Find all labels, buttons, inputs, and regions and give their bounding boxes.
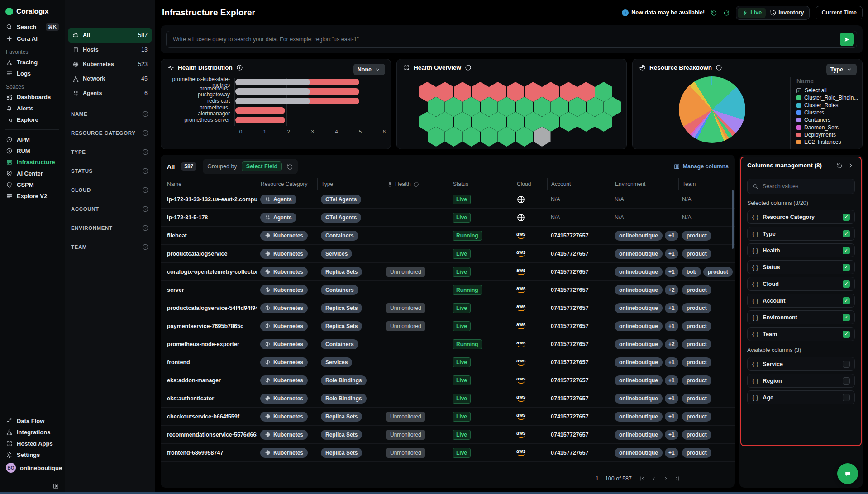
- environment-chip[interactable]: onlineboutique: [615, 285, 663, 295]
- column-header-health[interactable]: Health: [383, 178, 449, 190]
- team-chip[interactable]: product: [682, 375, 711, 385]
- resource-filter-kubernetes[interactable]: Kubernetes523: [68, 57, 152, 71]
- category-chip[interactable]: Kubernetes: [260, 339, 308, 349]
- checkbox-checked[interactable]: ✓: [843, 314, 850, 321]
- category-chip[interactable]: Agents: [260, 213, 296, 223]
- type-chip[interactable]: Containers: [321, 339, 358, 349]
- environment-extra-chip[interactable]: +2: [665, 285, 678, 295]
- environment-extra-chip[interactable]: +1: [665, 430, 678, 440]
- filter-section-account[interactable]: ACCOUNT: [65, 200, 155, 218]
- refresh-button[interactable]: [723, 10, 730, 16]
- sidebar-item-settings[interactable]: Settings: [0, 449, 65, 461]
- checkbox-unchecked[interactable]: [843, 377, 850, 385]
- prev-page-icon[interactable]: [651, 475, 657, 482]
- health-distribution-info-icon[interactable]: [236, 64, 243, 71]
- column-option-cloud[interactable]: { }Cloud✓: [747, 277, 855, 291]
- table-row[interactable]: ip-172-31-5-178AgentsOTel AgentsLiveN/AN…: [161, 209, 735, 227]
- filter-section-name[interactable]: NAME: [65, 104, 155, 124]
- team-chip[interactable]: product: [682, 357, 711, 367]
- sidebar-item-rum[interactable]: RUM: [0, 145, 65, 157]
- sidebar-item-infrastructure[interactable]: Infrastructure: [0, 157, 65, 168]
- type-chip[interactable]: Containers: [321, 231, 358, 241]
- checkbox-checked[interactable]: ✓: [843, 264, 850, 271]
- sidebar-item-cspm[interactable]: CSPM: [0, 179, 65, 190]
- environment-extra-chip[interactable]: +1: [665, 321, 678, 331]
- first-page-icon[interactable]: [639, 475, 645, 482]
- column-option-resource-category[interactable]: { }Resource Category✓: [747, 210, 855, 224]
- type-chip[interactable]: Replica Sets: [321, 412, 362, 422]
- table-row[interactable]: filebeatKubernetesContainersRunningaws07…: [161, 227, 735, 245]
- category-chip[interactable]: Kubernetes: [260, 430, 308, 440]
- filter-section-status[interactable]: STATUS: [65, 162, 155, 180]
- checkbox-checked[interactable]: ✓: [843, 247, 850, 254]
- environment-chip[interactable]: onlineboutique: [615, 430, 663, 440]
- column-header-cloud[interactable]: Cloud: [513, 178, 547, 190]
- type-chip[interactable]: Role Bindings: [321, 394, 367, 404]
- table-row[interactable]: productcatalogserviceKubernetesServicesL…: [161, 245, 735, 263]
- legend-item[interactable]: Deployments: [796, 131, 859, 138]
- column-header-type[interactable]: Type: [317, 178, 383, 190]
- sidebar-item-apm[interactable]: APM: [0, 134, 65, 145]
- table-row[interactable]: frontendKubernetesServicesLiveaws0741577…: [161, 353, 735, 371]
- environment-extra-chip[interactable]: +2: [665, 339, 678, 349]
- environment-chip[interactable]: onlineboutique: [615, 321, 663, 331]
- environment-chip[interactable]: onlineboutique: [615, 448, 663, 458]
- tab-all[interactable]: All: [167, 163, 175, 170]
- team-chip[interactable]: product: [682, 430, 711, 440]
- category-chip[interactable]: Kubernetes: [260, 303, 308, 313]
- environment-chip[interactable]: onlineboutique: [615, 303, 663, 313]
- category-chip[interactable]: Kubernetes: [260, 285, 308, 295]
- legend-item[interactable]: Cluster_Role_Bindin...: [796, 94, 859, 101]
- type-chip[interactable]: Replica Sets: [321, 267, 362, 277]
- legend-item[interactable]: EC2_Instances: [796, 138, 859, 146]
- type-chip[interactable]: OTel Agents: [321, 195, 361, 204]
- column-header-environment[interactable]: Environment: [611, 178, 678, 190]
- reset-grouping-icon[interactable]: [286, 163, 293, 170]
- sidebar-item-hosted-apps[interactable]: Hosted Apps: [0, 438, 65, 449]
- checkbox-unchecked[interactable]: [843, 361, 850, 368]
- table-row[interactable]: checkoutservice-b664f559fKubernetesRepli…: [161, 408, 735, 426]
- resource-breakdown-dropdown[interactable]: Type: [826, 64, 857, 75]
- chat-widget-button[interactable]: [837, 463, 858, 484]
- team-chip[interactable]: bob: [682, 267, 701, 277]
- columns-search-input[interactable]: [763, 183, 850, 190]
- resource-filter-network[interactable]: Network45: [68, 71, 152, 86]
- type-chip[interactable]: Services: [321, 249, 352, 259]
- type-chip[interactable]: Containers: [321, 285, 358, 295]
- category-chip[interactable]: Kubernetes: [260, 231, 308, 241]
- last-page-icon[interactable]: [674, 475, 681, 482]
- environment-extra-chip[interactable]: +1: [665, 231, 678, 241]
- team-chip[interactable]: product: [682, 412, 711, 422]
- table-row[interactable]: ip-172-31-33-132.us-east-2.compuAgentsOT…: [161, 190, 735, 209]
- column-header-resource-category[interactable]: Resource Category: [257, 178, 317, 190]
- current-time-button[interactable]: Current Time: [816, 6, 863, 19]
- legend-item[interactable]: Daemon_Sets: [796, 124, 859, 131]
- checkbox-checked[interactable]: ✓: [843, 280, 850, 288]
- legend-select-all[interactable]: ✓Select all: [796, 87, 859, 94]
- sidebar-item-integrations[interactable]: Integrations: [0, 427, 65, 438]
- account-menu[interactable]: BO onlineboutique: [0, 461, 65, 475]
- column-header-status[interactable]: Status: [449, 178, 513, 190]
- sidebar-item-logs[interactable]: Logs: [0, 68, 65, 79]
- type-chip[interactable]: Services: [321, 357, 352, 367]
- live-toggle[interactable]: Live: [738, 8, 766, 18]
- environment-chip[interactable]: onlineboutique: [615, 339, 663, 349]
- environment-extra-chip[interactable]: +1: [665, 303, 678, 313]
- environment-chip[interactable]: onlineboutique: [615, 394, 663, 404]
- next-page-icon[interactable]: [663, 475, 669, 482]
- table-row[interactable]: paymentservice-7695b7865cKubernetesRepli…: [161, 317, 735, 335]
- column-header-name[interactable]: Name: [167, 178, 257, 190]
- column-option-team[interactable]: { }Team✓: [747, 327, 855, 341]
- table-row[interactable]: eks:addon-managerKubernetesRole Bindings…: [161, 371, 735, 390]
- select-field-button[interactable]: Select Field: [242, 162, 282, 171]
- resource-filter-hosts[interactable]: Hosts13: [68, 43, 152, 57]
- column-option-status[interactable]: { }Status✓: [747, 260, 855, 274]
- close-panel-icon[interactable]: [849, 162, 855, 169]
- environment-extra-chip[interactable]: +1: [665, 448, 678, 458]
- team-chip[interactable]: product: [682, 394, 711, 404]
- sidebar-item-cora-ai[interactable]: Cora AI: [0, 33, 65, 44]
- type-chip[interactable]: Replica Sets: [321, 448, 362, 458]
- column-option-service[interactable]: { }Service: [747, 357, 855, 371]
- filter-section-resource-category[interactable]: RESOURCE CATEGORY: [65, 124, 155, 142]
- team-chip[interactable]: product: [682, 339, 711, 349]
